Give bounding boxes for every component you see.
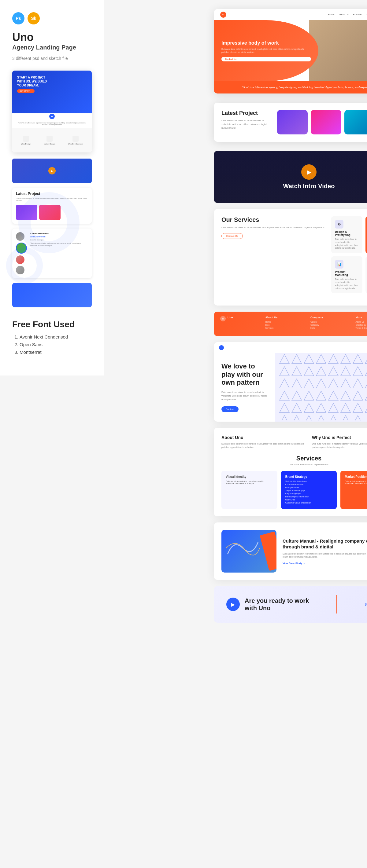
footer-link-gallery[interactable]: Gallery [310, 321, 352, 323]
hero-title: Impressive body of work [221, 40, 311, 46]
services-grid: ⚙ Design & Prototyping Duis aute irure d… [331, 216, 367, 293]
services-heading: Our Services [221, 216, 325, 223]
footer-brand-name: Uno [228, 316, 233, 319]
hero-subdesc: Duis aute irure dolor in reprehenderit i… [221, 48, 311, 54]
footer-link-terms[interactable]: Terms & Conditions [356, 327, 367, 329]
avatar-stack [16, 232, 27, 274]
latest-project-preview: Latest Project Duis aute irure dolor in … [12, 188, 92, 224]
svg-rect-1 [278, 353, 367, 421]
agency-wrapper: U Portfolio Services Team We love to pla… [214, 342, 367, 422]
video-preview: ▶ [12, 159, 92, 183]
service-web-dev: Web Development [68, 136, 83, 145]
footer-col-more: More About Us Created By Terms & Conditi… [356, 316, 367, 332]
right-screen-about: About Uno Duis aute irure dolor in repre… [214, 428, 367, 516]
service-card-design: ⚙ Design & Prototyping Duis aute irure d… [331, 216, 362, 253]
culture-content: Culture Manual - Realigning company cult… [283, 538, 367, 565]
svc-brand-item-5: Key user groups [285, 493, 333, 495]
culture-image [221, 530, 277, 572]
project-card-3 [344, 110, 367, 134]
project-card-2 [311, 110, 341, 134]
footer-link-services[interactable]: Services [265, 327, 308, 329]
font-item-1: Avenir Next Condensed [20, 334, 92, 339]
svc-card-market: Market Positioning Duis aute irure dolor… [340, 471, 367, 509]
agency-contact-btn[interactable]: Contact [221, 406, 238, 412]
footer-link-help[interactable]: Help [310, 327, 352, 329]
svc-brand-item-7: User KPI's [285, 499, 333, 501]
footer-link-home[interactable]: Home [265, 321, 308, 323]
svc-brand-item-4: Target audience gap [285, 490, 333, 492]
latest-title: Latest Project [16, 192, 88, 196]
latest-images [16, 205, 88, 220]
footer-link-blog[interactable]: Blog [265, 324, 308, 326]
svc-brand-item-3: User personas [285, 487, 333, 489]
hero-bg: START A PROJECT WITH US. WE BUILD YOUR D… [12, 70, 92, 113]
font-item-3: Montserrat [20, 349, 92, 355]
about-title: About Uno [221, 435, 306, 440]
footer-link-about[interactable]: About Us [356, 321, 367, 323]
services-section-title: Services [221, 455, 367, 462]
ready-play-icon[interactable]: ▶ [226, 598, 240, 611]
footer-link-category[interactable]: Category [310, 324, 352, 326]
project-img-1 [16, 205, 37, 220]
about-row: About Uno Duis aute irure dolor in repre… [221, 435, 367, 449]
svc-brand-item-8: Customer value proposition [285, 502, 333, 504]
services-left: Our Services Duis aute irure dolor in re… [221, 216, 325, 293]
nav-portfolio: Portfolio [353, 13, 362, 16]
feedback-role: Graphic Designer [30, 239, 88, 241]
feedback-content: Client Feedback Widaur Rahman Graphic De… [30, 232, 88, 274]
ready-divider [336, 595, 337, 614]
footer-preview [12, 283, 92, 307]
hero-text: START A PROJECT WITH US. WE BUILD YOUR D… [17, 75, 48, 87]
service-marketing-text: Duis aute irure dolor in reprehenderit i… [335, 278, 359, 290]
contact-button[interactable]: Contact Us [221, 233, 243, 239]
ready-left: ▶ Are you ready to work with Uno [226, 597, 309, 612]
hero-cta-btn[interactable]: Contact Us [221, 57, 311, 61]
svc-brand-item-6: Demographic information [285, 496, 333, 498]
view-case-link[interactable]: View Case Study → [283, 562, 367, 565]
nav-bar: U Home About Us Portfolio Services Blog … [214, 9, 367, 20]
footer-col-about-title: About Us [265, 316, 308, 319]
uno-badge-small: U [49, 114, 55, 119]
agency-left: We love to play with our own pattern Dui… [214, 353, 275, 422]
footer-link-created[interactable]: Created By [356, 324, 367, 326]
brand-description: 3 different psd and sketch file [12, 56, 92, 61]
latest-right: UG [277, 110, 367, 134]
footer-brand: U Uno [220, 316, 262, 332]
services-section-sub: Duis aute irure dolor in reprehenderit. [221, 463, 367, 466]
play-icon: ▶ [48, 167, 56, 175]
project-card-1 [277, 110, 308, 134]
avatar-2 [16, 255, 25, 264]
svc-visual-text: Duis aute irure dolor in repre hendrerit… [226, 480, 273, 485]
ready-text: Are you ready to work with Uno [245, 597, 309, 612]
svc-card-visual: Visual Identity Duis aute irure dolor in… [221, 471, 277, 509]
footer-col-company-title: Company [310, 316, 352, 319]
motion-design-icon [47, 136, 53, 142]
marketing-icon: 📊 [335, 260, 343, 269]
avatar-3 [16, 266, 25, 274]
svc-brand-list: Stakeholder interviews Competitive revie… [285, 480, 333, 504]
nav-logo: U [220, 11, 226, 18]
service-design-name: Design & Prototyping [335, 230, 359, 237]
shop-link[interactable]: Shop & use line → [365, 603, 367, 606]
brand-subtitle: Agency Landing Page [12, 44, 92, 51]
about-text: Duis aute irure dolor in reprehenderit i… [221, 442, 306, 449]
service-card-marketing: 📊 Product Marketing Duis aute irure dolo… [331, 256, 362, 293]
right-screen-ready: ▶ Are you ready to work with Uno Shop & … [214, 586, 367, 623]
why-text: Duis aute irure dolor in reprehenderit i… [312, 442, 367, 449]
nav-about: About Us [339, 13, 349, 16]
svc-brand-title: Brand Strategy [285, 475, 333, 478]
service-marketing-name: Product Marketing [335, 270, 359, 277]
svc-market-text: Duis aute irure dolor in repre hendrerit… [345, 480, 367, 485]
culture-desc: Duis aute irure dolor in reprehenderit i… [283, 552, 367, 559]
web-dev-icon [73, 136, 79, 142]
wave-text: "Uno" is a full-service agency, busy des… [242, 86, 367, 89]
about-col: About Uno Duis aute irure dolor in repre… [221, 435, 306, 449]
latest-section-title: Latest Project [221, 110, 271, 116]
brand-title: Uno [12, 32, 92, 43]
avatar-1 [16, 232, 25, 241]
feedback-section-title: Client Feedback [30, 232, 88, 235]
footer-col-company: Company Gallery Category Help [310, 316, 352, 332]
play-button[interactable]: ▶ [301, 164, 316, 180]
culture-abstract [224, 536, 261, 560]
latest-section-desc: Duis aute irure dolor in reprehenderit i… [221, 119, 271, 130]
